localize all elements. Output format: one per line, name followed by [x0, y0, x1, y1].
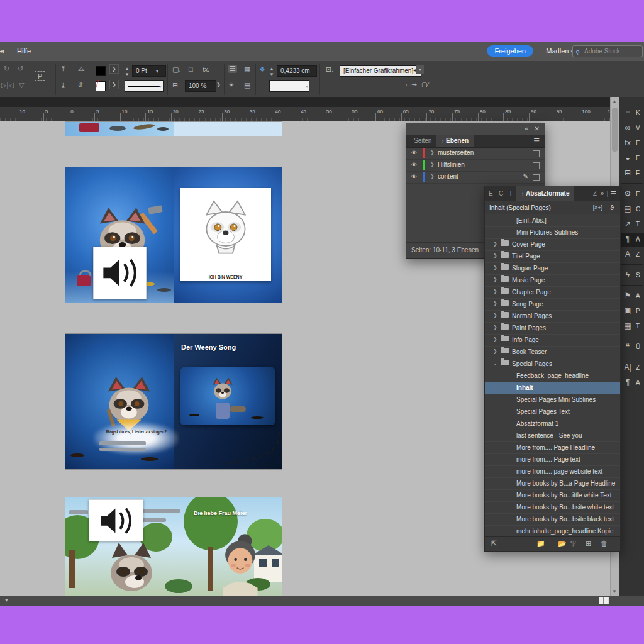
tab-seiten[interactable]: Seiten — [409, 135, 436, 147]
text-wrap-object-icon[interactable]: ☀ — [228, 81, 235, 89]
stroke-style-field[interactable] — [125, 80, 164, 92]
chevron-right-icon[interactable]: ❯ — [493, 289, 497, 294]
style-row[interactable]: Absatzformat 1 — [485, 418, 620, 430]
style-row[interactable]: Special Pages Text — [485, 406, 620, 418]
corner-options-icon[interactable]: ▢. — [172, 65, 180, 74]
style-row[interactable]: mehr inhalte_page_headline Kopie — [485, 525, 620, 537]
review-panel-icon[interactable]: ❝Ü — [619, 340, 644, 354]
user-menu[interactable]: Madlen ▾ — [546, 47, 574, 55]
spread-2[interactable]: ICH BIN WEENY — [65, 167, 282, 303]
override-badge[interactable]: [a+] — [593, 204, 602, 211]
chevron-right-icon[interactable]: ❯ — [493, 301, 497, 306]
color-panel-icon[interactable]: ◒F — [619, 152, 644, 165]
spread-1[interactable] — [65, 121, 282, 136]
gradient-ramp-field[interactable] — [269, 80, 309, 92]
clear-overrides-icon[interactable]: ▭⇝ — [406, 81, 417, 88]
text-wrap-none-icon[interactable]: ☰ — [228, 65, 237, 73]
style-folder-row[interactable]: ❯Info Page — [485, 334, 620, 347]
tab-ebenen[interactable]: ↕Ebenen — [436, 135, 474, 147]
style-folder-row[interactable]: ❯Titel Page — [485, 250, 620, 263]
style-row[interactable]: More from.... Page Headline — [485, 441, 620, 454]
style-row[interactable]: more from.... page website text — [485, 465, 620, 478]
chevron-right-icon[interactable]: ❯ — [493, 336, 497, 342]
control-panel-icon[interactable]: ≡K — [619, 106, 644, 120]
audio-marker[interactable] — [89, 499, 143, 541]
properties-panel-icon[interactable]: ⚙E — [619, 187, 644, 201]
style-row[interactable]: Inhalt — [485, 382, 620, 394]
create-style-icon[interactable]: ⊞ — [586, 540, 591, 548]
style-row[interactable]: more from.... Page text — [485, 453, 620, 466]
break-link-style-icon[interactable]: ▢∕ — [421, 81, 428, 88]
stroke-weight-field[interactable]: 0 Pt — [132, 65, 166, 77]
object-style-icon[interactable]: ⊡. — [326, 65, 333, 74]
stroke-weight-caret[interactable]: ▾ — [156, 69, 158, 74]
menu-item-truncated[interactable]: er — [0, 47, 5, 55]
style-folder-row[interactable]: ❯Music Page — [485, 274, 620, 287]
chevron-right-icon[interactable]: ❯ — [493, 265, 497, 270]
tab-e[interactable]: E — [486, 186, 496, 201]
flip-vertical-icon[interactable]: ▽ — [19, 81, 24, 89]
distribute-horizontal-icon[interactable]: ⧍ — [78, 65, 84, 73]
chevron-right-icon[interactable]: ❯ — [493, 277, 497, 282]
style-row[interactable]: Special Pages Mini Sublines — [485, 394, 620, 406]
fill-swatch[interactable] — [96, 66, 106, 76]
opacity-icon[interactable]: ⊞ — [172, 81, 178, 89]
style-row[interactable]: More books by B...a Page Headline — [485, 477, 620, 490]
align-bottom-icon[interactable]: ⤓ — [62, 81, 65, 89]
scrollbar-thumb[interactable] — [612, 108, 618, 152]
style-folder-row[interactable]: ❯Cover Page — [485, 238, 620, 251]
style-folder-row[interactable]: ❯Song Page — [485, 298, 620, 311]
rotate-ccw-icon[interactable]: ↺ — [18, 65, 23, 73]
rotate-cw-icon[interactable]: ↻ — [4, 65, 9, 73]
adobe-stock-search[interactable]: ⚲Adobe Stock — [572, 45, 643, 57]
page-nav-chevron-icon[interactable]: ▾ — [5, 597, 8, 603]
align-panel-icon[interactable]: ⚑A — [619, 289, 644, 303]
tab-t[interactable]: T — [506, 186, 515, 201]
stroke-options-button[interactable]: ❯ — [109, 80, 119, 89]
audio-marker[interactable] — [93, 247, 147, 299]
align-top-icon[interactable]: ⤒ — [62, 65, 65, 73]
close-panel-icon[interactable]: ✕ — [535, 125, 540, 132]
tab-c[interactable]: C — [496, 186, 506, 201]
chevron-right-icon[interactable]: ❯ — [430, 174, 435, 179]
layer-target-box[interactable] — [533, 162, 540, 169]
character-panel-icon[interactable]: A|Z — [619, 361, 644, 375]
style-folder-row[interactable]: ❯Book Teaser — [485, 346, 620, 358]
expand-panel-icon[interactable]: » — [600, 190, 604, 197]
paragraph-panel-icon[interactable]: ¶A — [619, 376, 644, 390]
panel-menu-icon[interactable]: ☰ — [533, 137, 540, 145]
visibility-eye-icon[interactable]: 👁 — [411, 150, 417, 156]
visibility-eye-icon[interactable]: 👁 — [411, 174, 417, 180]
style-folder-row[interactable]: ❯Paint Pages — [485, 322, 620, 335]
layer-name[interactable]: content — [438, 173, 458, 180]
new-style-group-icon[interactable]: 📂 — [558, 540, 567, 548]
distribute-vertical-icon[interactable]: ⥯ — [78, 81, 83, 89]
stroke-weight-stepper[interactable]: ▲▼ — [125, 66, 130, 77]
layer-row[interactable]: 👁❯musterseiten — [406, 147, 545, 160]
flip-horizontal-icon[interactable]: ▷|◁ — [1, 81, 14, 89]
style-folder-row[interactable]: ❯Normal Pages — [485, 310, 620, 323]
style-row[interactable]: More books by Bo...bsite black text — [485, 513, 620, 526]
new-style-group-from-icon[interactable]: 📁 — [536, 540, 545, 548]
gradient-caret[interactable]: ▾ — [306, 84, 308, 89]
pathfinder-panel-icon[interactable]: ▣P — [619, 304, 644, 318]
style-folder-row[interactable]: ❯Chapter Page — [485, 286, 620, 299]
gap-stepper[interactable]: ▲▼ — [269, 66, 274, 77]
style-folder-row[interactable]: ⌄Special Pages — [485, 358, 620, 370]
chevron-right-icon[interactable]: ❯ — [493, 313, 497, 318]
style-row[interactable]: Feedback_page_headline — [485, 370, 620, 382]
layer-target-box[interactable] — [533, 150, 540, 157]
text-wrap-bounding-icon[interactable]: ▦ — [244, 65, 250, 73]
tab-z[interactable]: Z — [591, 186, 599, 201]
chevron-right-icon[interactable]: ❯ — [430, 162, 435, 167]
effects-panel-icon[interactable]: fxE — [619, 136, 644, 150]
style-row[interactable]: More books by Bo...bsite white text — [485, 501, 620, 514]
cc-libraries-panel-icon[interactable]: ▤C — [619, 203, 644, 216]
gap-value-field[interactable]: 0,4233 cm — [277, 65, 317, 77]
scroll-down-icon[interactable]: ▼ — [612, 589, 617, 594]
character-styles-panel-icon[interactable]: AZ — [619, 248, 644, 262]
style-row[interactable]: Mini Pictures Sublines — [485, 226, 620, 239]
layer-row[interactable]: 👁❯Hilfslinien — [406, 159, 545, 172]
chevron-right-icon[interactable]: ❯ — [493, 348, 497, 354]
spread-4[interactable]: Die liebe Frau Meier — [65, 497, 282, 596]
